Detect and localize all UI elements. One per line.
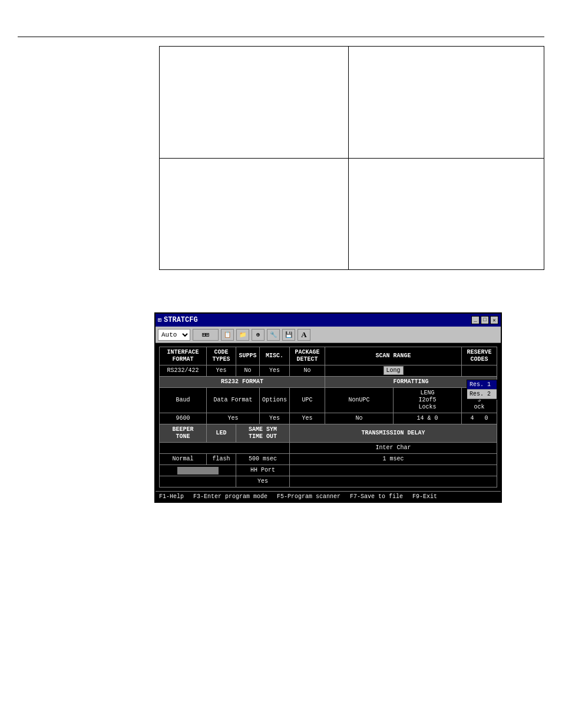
header-baud: Baud	[160, 388, 207, 413]
doc-table	[159, 46, 544, 270]
f7-save[interactable]: F7-Save to file	[350, 493, 403, 500]
col-reserve-codes: RESERVECODES	[462, 347, 497, 365]
header-inter-label	[160, 443, 290, 454]
f5-program[interactable]: F5-Program scanner	[277, 493, 340, 500]
toolbar-icon-3[interactable]: 📁	[236, 329, 249, 341]
toolbar-icon-5[interactable]: 🔧	[267, 329, 280, 341]
minimize-button[interactable]: _	[471, 316, 480, 324]
hh-port-value: Yes	[236, 476, 290, 487]
val-inter-char: 1 msec	[290, 454, 497, 465]
header-options: Options	[260, 388, 290, 413]
reserve-dropdown[interactable]: Res. 1 Res. 2	[467, 380, 497, 400]
empty-cell2	[290, 476, 497, 487]
header-transmission: TRANSMISSION DELAY	[290, 424, 497, 443]
val-code-types: Yes	[207, 365, 236, 377]
f1-help[interactable]: F1-Help	[159, 493, 184, 500]
val-scan-range: Long	[325, 365, 462, 377]
val-data-format: Yes	[207, 413, 260, 424]
header-upc: UPC	[290, 388, 325, 413]
col-scan-range: SCAN RANGE	[325, 347, 462, 365]
header-inter-char: Inter Char	[290, 443, 497, 454]
val-baud: 9600	[160, 413, 207, 424]
col-code-types: CODETYPES	[207, 347, 236, 365]
title-bar-left: ⊞ STRATCFG	[158, 316, 198, 324]
top-rule	[18, 37, 544, 37]
title-bar-controls[interactable]: _ □ ✕	[471, 316, 498, 324]
val-reserve-codes	[462, 365, 497, 377]
field-input[interactable]	[177, 467, 219, 475]
hh-port-label: HH Port	[236, 465, 290, 476]
header-beeper-tone: BEEPERTONE	[160, 424, 207, 443]
header-nonupc: NonUPC	[325, 388, 394, 413]
row-divider	[160, 158, 544, 159]
toolbar-icon-4[interactable]: ⊕	[252, 329, 265, 341]
val-leng-nums: 14 & 0	[394, 413, 462, 424]
header-same-sym: SAME SYMTIME OUT	[236, 424, 290, 443]
close-button[interactable]: ✕	[490, 316, 498, 324]
title-bar: ⊞ STRATCFG _ □ ✕	[156, 314, 501, 327]
header-led: LED	[207, 424, 236, 443]
val-timeout: 500 msec	[236, 454, 290, 465]
toolbar-icon-7[interactable]: A	[297, 329, 310, 341]
val-ers-vals: 4 0	[462, 413, 497, 424]
val-upc: Yes	[290, 413, 325, 424]
long-tag: Long	[384, 366, 404, 375]
f9-exit[interactable]: F9-Exit	[412, 493, 437, 500]
dropdown-item-res1[interactable]: Res. 1	[467, 380, 497, 390]
val-interface-format: RS232/422	[160, 365, 207, 377]
header-leng: LENGI2of5Locks	[394, 388, 462, 413]
header-data-format: Data Format	[207, 388, 260, 413]
status-bar: F1-Help F3-Enter program mode F5-Program…	[156, 491, 501, 502]
toolbar: Auto Manual ⊞⊞ 📋 📁 ⊕ 🔧 💾 A	[156, 327, 501, 343]
app-window: ⊞ STRATCFG _ □ ✕ Auto Manual ⊞⊞ 📋 📁 ⊕ 🔧 …	[154, 312, 502, 503]
val-options: Yes	[260, 413, 290, 424]
hh-port-empty	[290, 465, 497, 476]
toolbar-icon-2[interactable]: 📋	[221, 329, 234, 341]
dropdown-item-res2[interactable]: Res. 2	[467, 390, 497, 399]
toolbar-icon-1[interactable]: ⊞⊞	[193, 329, 219, 341]
main-content: INTERFACEFORMAT CODETYPES SUPPS MISC. PA…	[156, 343, 501, 491]
toolbar-icon-6[interactable]: 💾	[282, 329, 295, 341]
col-package-detect: PACKAGEDETECT	[290, 347, 325, 365]
config-table: INTERFACEFORMAT CODETYPES SUPPS MISC. PA…	[159, 347, 497, 487]
col-supps: SUPPS	[236, 347, 260, 365]
col-misc: MISC.	[260, 347, 290, 365]
val-led: flash	[207, 454, 236, 465]
empty-cell	[160, 476, 236, 487]
maximize-button[interactable]: □	[481, 316, 489, 324]
app-icon: ⊞	[158, 317, 161, 324]
val-nonupc: No	[325, 413, 394, 424]
val-package-detect: No	[290, 365, 325, 377]
val-misc: Yes	[260, 365, 290, 377]
val-beeper-tone: Normal	[160, 454, 207, 465]
app-title: STRATCFG	[164, 316, 198, 324]
auto-select[interactable]: Auto Manual	[158, 329, 190, 341]
f3-enter[interactable]: F3-Enter program mode	[193, 493, 267, 500]
section-rs232: RS232 FORMAT	[160, 377, 325, 388]
field-input-cell[interactable]	[160, 465, 236, 476]
col-interface-format: INTERFACEFORMAT	[160, 347, 207, 365]
val-supps: No	[236, 365, 260, 377]
